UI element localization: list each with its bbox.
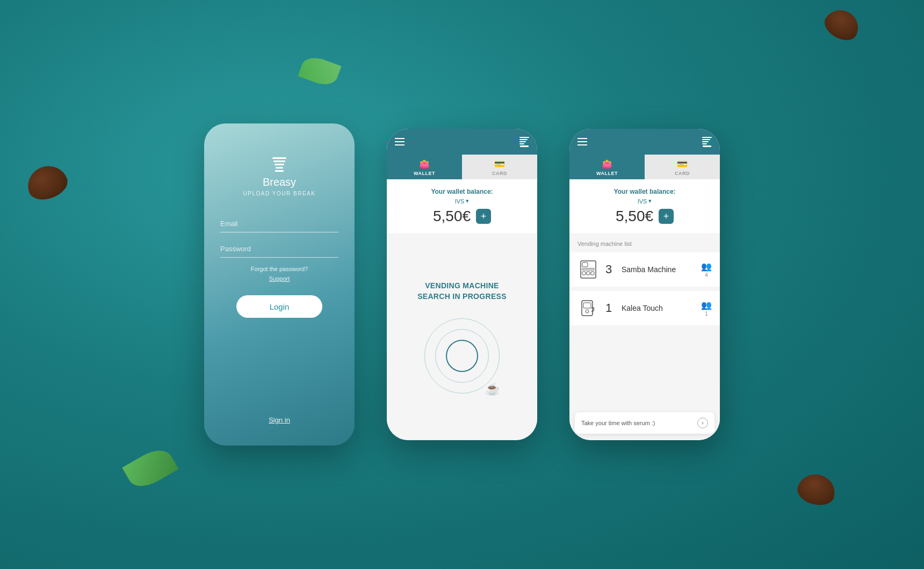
add-balance-button-2[interactable]: + bbox=[476, 209, 491, 224]
svg-rect-4 bbox=[587, 272, 590, 275]
login-button[interactable]: Login bbox=[236, 295, 322, 318]
chevron-down-icon: ▾ bbox=[466, 198, 469, 205]
svg-rect-2 bbox=[582, 268, 594, 270]
support-link[interactable]: Support bbox=[269, 275, 290, 282]
coffee-bean-1 bbox=[23, 161, 71, 205]
tab-wallet-2[interactable]: 👛 WALLET bbox=[387, 155, 462, 179]
machine-list-label: Vending machine list bbox=[569, 240, 720, 252]
kalea-machine-name: Kalea Touch bbox=[622, 304, 701, 312]
wallet-label-2: Your wallet balance: bbox=[398, 188, 526, 195]
vending-search-area: VENDING MACHINE SEARCH IN PROGRESS ☕ bbox=[387, 234, 537, 440]
svg-point-8 bbox=[586, 310, 589, 313]
card-icon-3: 💳 bbox=[677, 159, 688, 169]
svg-rect-0 bbox=[581, 261, 596, 278]
svg-rect-5 bbox=[591, 272, 594, 275]
wallet-label-3: Your wallet balance: bbox=[580, 188, 709, 195]
tab-card-2[interactable]: 💳 CARD bbox=[462, 155, 537, 179]
email-field[interactable] bbox=[220, 215, 338, 232]
forgot-password-link[interactable]: Forgot the password? bbox=[251, 266, 308, 272]
phone-vending-search: 👛 WALLET 💳 CARD Your wallet balance: IVS… bbox=[387, 129, 537, 440]
wallet-amount-row-2: 5,50€ + bbox=[398, 208, 526, 225]
machine-item-samba[interactable]: 3 Samba Machine 👥 4 bbox=[569, 252, 720, 287]
kalea-machine-icon bbox=[578, 297, 599, 319]
password-field[interactable] bbox=[220, 240, 338, 258]
app-header-3 bbox=[569, 129, 720, 155]
toast-close-button[interactable]: × bbox=[697, 418, 708, 428]
samba-machine-users: 👥 4 bbox=[701, 261, 712, 278]
wallet-section-3: Your wallet balance: IVS ▾ 5,50€ + bbox=[569, 179, 720, 234]
svg-rect-1 bbox=[582, 262, 588, 267]
samba-machine-icon bbox=[578, 259, 599, 280]
coffee-bean-2 bbox=[820, 4, 864, 46]
tab-bar-2: 👛 WALLET 💳 CARD bbox=[387, 155, 537, 179]
leaf-1 bbox=[122, 443, 178, 493]
wallet-icon-2: 👛 bbox=[419, 159, 430, 169]
radar-animation: ☕ bbox=[424, 318, 500, 393]
toast-notification: Take your time with serum :) × bbox=[575, 412, 714, 434]
users-icon-samba: 👥 bbox=[701, 261, 712, 272]
users-icon-kalea: 👥 bbox=[701, 300, 712, 310]
wallet-amount-row-3: 5,50€ + bbox=[580, 208, 709, 225]
kalea-machine-count: 1 bbox=[605, 301, 616, 315]
samba-machine-count: 3 bbox=[605, 262, 616, 276]
machine-list-section: Vending machine list 3 bbox=[569, 234, 720, 440]
header-logo-3 bbox=[702, 137, 712, 147]
app-name: Breasy bbox=[263, 176, 296, 188]
sign-in-link[interactable]: Sign in bbox=[269, 416, 290, 424]
app-header-2 bbox=[387, 129, 537, 155]
phone-machine-list: 👛 WALLET 💳 CARD Your wallet balance: IVS… bbox=[569, 129, 720, 440]
tab-wallet-3[interactable]: 👛 WALLET bbox=[569, 155, 645, 179]
svg-rect-3 bbox=[582, 272, 586, 275]
machine-item-kalea[interactable]: 1 Kalea Touch 👥 1 bbox=[569, 291, 720, 325]
chevron-down-icon-3: ▾ bbox=[648, 198, 652, 205]
wallet-ivs-3: IVS ▾ bbox=[580, 198, 709, 205]
app-subtitle: UPLOAD YOUR BREAK bbox=[243, 191, 316, 196]
add-balance-button-3[interactable]: + bbox=[659, 209, 674, 224]
card-icon-2: 💳 bbox=[494, 159, 506, 169]
header-logo-2 bbox=[519, 137, 529, 147]
hamburger-menu-icon-3[interactable] bbox=[578, 138, 587, 145]
phones-container: Breasy UPLOAD YOUR BREAK Forgot the pass… bbox=[204, 123, 720, 446]
leaf-2 bbox=[298, 53, 341, 89]
coffee-cup-search-icon: ☕ bbox=[485, 382, 500, 396]
tab-bar-3: 👛 WALLET 💳 CARD bbox=[569, 155, 720, 179]
wallet-icon-3: 👛 bbox=[602, 159, 613, 169]
coffee-bean-3 bbox=[795, 470, 839, 509]
svg-rect-7 bbox=[583, 303, 591, 308]
wallet-amount-3: 5,50€ bbox=[616, 208, 653, 225]
tab-card-3[interactable]: 💳 CARD bbox=[645, 155, 720, 179]
hamburger-menu-icon[interactable] bbox=[395, 138, 405, 145]
toast-message: Take your time with serum :) bbox=[581, 420, 655, 426]
wallet-amount-2: 5,50€ bbox=[433, 208, 471, 225]
wallet-section-2: Your wallet balance: IVS ▾ 5,50€ + bbox=[387, 179, 537, 234]
phone-login: Breasy UPLOAD YOUR BREAK Forgot the pass… bbox=[204, 123, 355, 446]
samba-machine-name: Samba Machine bbox=[622, 265, 701, 274]
kalea-machine-users: 👥 1 bbox=[701, 300, 712, 317]
vending-search-text: VENDING MACHINE SEARCH IN PROGRESS bbox=[417, 281, 507, 302]
app-icon bbox=[272, 156, 286, 172]
radar-circle-inner bbox=[446, 340, 478, 372]
wallet-ivs-2: IVS ▾ bbox=[398, 198, 526, 205]
